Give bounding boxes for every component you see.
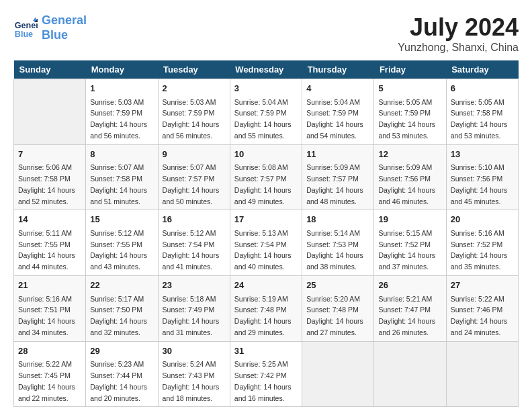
daylight-text: Daylight: 14 hours (234, 251, 292, 259)
daylight-continued: and 49 minutes. (234, 197, 285, 205)
weekday-header-row: SundayMondayTuesdayWednesdayThursdayFrid… (14, 60, 519, 79)
calendar-cell: 19Sunrise: 5:15 AMSunset: 7:52 PMDayligh… (374, 210, 446, 276)
sunrise-text: Sunrise: 5:15 AM (378, 229, 432, 237)
day-info: Sunrise: 5:03 AMSunset: 7:59 PMDaylight:… (163, 97, 226, 142)
daylight-continued: and 16 minutes. (234, 394, 285, 402)
sunset-text: Sunset: 7:44 PM (90, 371, 142, 379)
calendar-cell: 18Sunrise: 5:14 AMSunset: 7:53 PMDayligh… (302, 210, 374, 276)
day-number: 27 (451, 279, 514, 292)
sunrise-text: Sunrise: 5:06 AM (18, 163, 72, 171)
logo-line2: Blue (42, 28, 68, 42)
daylight-text: Daylight: 14 hours (18, 251, 75, 259)
calendar-cell: 11Sunrise: 5:09 AMSunset: 7:57 PMDayligh… (302, 144, 374, 210)
calendar-cell: 28Sunrise: 5:22 AMSunset: 7:45 PMDayligh… (14, 341, 86, 407)
calendar-cell: 3Sunrise: 5:04 AMSunset: 7:59 PMDaylight… (230, 79, 302, 145)
day-number: 4 (306, 82, 369, 95)
daylight-continued: and 52 minutes. (18, 197, 69, 205)
daylight-continued: and 37 minutes. (378, 263, 429, 271)
day-number: 19 (378, 213, 441, 226)
day-number: 15 (90, 213, 153, 226)
calendar-cell (374, 341, 446, 407)
daylight-text: Daylight: 14 hours (451, 251, 508, 259)
sunrise-text: Sunrise: 5:09 AM (378, 163, 432, 171)
daylight-continued: and 41 minutes. (163, 263, 213, 271)
day-info: Sunrise: 5:21 AMSunset: 7:47 PMDaylight:… (378, 293, 441, 338)
daylight-continued: and 38 minutes. (306, 263, 357, 271)
sunrise-text: Sunrise: 5:24 AM (163, 360, 216, 368)
daylight-text: Daylight: 14 hours (18, 186, 75, 194)
daylight-text: Daylight: 14 hours (378, 120, 435, 128)
calendar-cell: 7Sunrise: 5:06 AMSunset: 7:58 PMDaylight… (14, 144, 86, 210)
header: General Blue General Blue July 2024 Yunz… (13, 13, 519, 54)
sunset-text: Sunset: 7:59 PM (378, 109, 431, 117)
calendar-week-1: 1Sunrise: 5:03 AMSunset: 7:59 PMDaylight… (14, 79, 519, 145)
sunset-text: Sunset: 7:45 PM (18, 371, 71, 379)
day-info: Sunrise: 5:24 AMSunset: 7:43 PMDaylight:… (163, 359, 226, 404)
day-info: Sunrise: 5:23 AMSunset: 7:44 PMDaylight:… (90, 359, 153, 404)
sunset-text: Sunset: 7:43 PM (163, 371, 215, 379)
sunrise-text: Sunrise: 5:04 AM (306, 98, 360, 106)
sunset-text: Sunset: 7:58 PM (451, 109, 503, 117)
calendar-cell: 15Sunrise: 5:12 AMSunset: 7:55 PMDayligh… (86, 210, 158, 276)
calendar-cell: 8Sunrise: 5:07 AMSunset: 7:58 PMDaylight… (86, 144, 158, 210)
sunset-text: Sunset: 7:57 PM (306, 175, 359, 183)
weekday-header-wednesday: Wednesday (230, 60, 302, 79)
daylight-text: Daylight: 14 hours (234, 120, 292, 128)
sunrise-text: Sunrise: 5:17 AM (90, 295, 144, 303)
daylight-continued: and 53 minutes. (451, 132, 501, 140)
weekday-header-sunday: Sunday (14, 60, 86, 79)
sunset-text: Sunset: 7:57 PM (234, 175, 287, 183)
sunset-text: Sunset: 7:42 PM (234, 371, 287, 379)
day-number: 13 (451, 148, 514, 161)
calendar-cell: 24Sunrise: 5:19 AMSunset: 7:48 PMDayligh… (230, 276, 302, 342)
sunset-text: Sunset: 7:49 PM (163, 306, 215, 314)
daylight-continued: and 24 minutes. (451, 328, 501, 336)
calendar-cell: 12Sunrise: 5:09 AMSunset: 7:56 PMDayligh… (374, 144, 446, 210)
calendar-cell: 10Sunrise: 5:08 AMSunset: 7:57 PMDayligh… (230, 144, 302, 210)
daylight-continued: and 34 minutes. (18, 328, 69, 336)
sunrise-text: Sunrise: 5:16 AM (18, 295, 72, 303)
logo-text: General Blue (42, 13, 87, 42)
daylight-text: Daylight: 14 hours (451, 120, 508, 128)
daylight-text: Daylight: 14 hours (163, 186, 220, 194)
day-info: Sunrise: 5:22 AMSunset: 7:46 PMDaylight:… (451, 293, 514, 338)
sunset-text: Sunset: 7:59 PM (306, 109, 359, 117)
day-info: Sunrise: 5:04 AMSunset: 7:59 PMDaylight:… (306, 97, 369, 142)
daylight-text: Daylight: 14 hours (90, 251, 147, 259)
sunrise-text: Sunrise: 5:12 AM (90, 229, 144, 237)
calendar-cell: 16Sunrise: 5:12 AMSunset: 7:54 PMDayligh… (158, 210, 230, 276)
daylight-continued: and 56 minutes. (163, 132, 213, 140)
day-info: Sunrise: 5:25 AMSunset: 7:42 PMDaylight:… (234, 359, 298, 404)
sunset-text: Sunset: 7:56 PM (378, 175, 431, 183)
sunrise-text: Sunrise: 5:12 AM (163, 229, 216, 237)
sunset-text: Sunset: 7:47 PM (378, 306, 431, 314)
weekday-header-thursday: Thursday (302, 60, 374, 79)
sunset-text: Sunset: 7:55 PM (18, 240, 71, 248)
day-info: Sunrise: 5:20 AMSunset: 7:48 PMDaylight:… (306, 293, 369, 338)
day-number: 18 (306, 213, 369, 226)
day-number: 22 (90, 279, 153, 292)
day-info: Sunrise: 5:13 AMSunset: 7:54 PMDaylight:… (234, 228, 298, 273)
daylight-continued: and 54 minutes. (306, 132, 357, 140)
sunrise-text: Sunrise: 5:07 AM (90, 163, 144, 171)
sunrise-text: Sunrise: 5:09 AM (306, 163, 360, 171)
logo-icon: General Blue (13, 16, 38, 40)
day-info: Sunrise: 5:12 AMSunset: 7:55 PMDaylight:… (90, 228, 153, 273)
day-info: Sunrise: 5:07 AMSunset: 7:57 PMDaylight:… (163, 162, 226, 207)
sunrise-text: Sunrise: 5:23 AM (90, 360, 144, 368)
daylight-continued: and 18 minutes. (163, 394, 213, 402)
sunset-text: Sunset: 7:59 PM (234, 109, 287, 117)
day-number: 30 (163, 345, 226, 358)
sunset-text: Sunset: 7:58 PM (90, 175, 142, 183)
calendar-cell (302, 341, 374, 407)
sunset-text: Sunset: 7:50 PM (90, 306, 142, 314)
daylight-text: Daylight: 14 hours (163, 120, 220, 128)
day-info: Sunrise: 5:10 AMSunset: 7:56 PMDaylight:… (451, 162, 514, 207)
calendar-cell: 31Sunrise: 5:25 AMSunset: 7:42 PMDayligh… (230, 341, 302, 407)
day-number: 23 (163, 279, 226, 292)
day-number: 7 (18, 148, 81, 161)
sunrise-text: Sunrise: 5:21 AM (378, 295, 432, 303)
day-info: Sunrise: 5:14 AMSunset: 7:53 PMDaylight:… (306, 228, 369, 273)
sunset-text: Sunset: 7:48 PM (306, 306, 359, 314)
daylight-text: Daylight: 14 hours (163, 317, 220, 325)
